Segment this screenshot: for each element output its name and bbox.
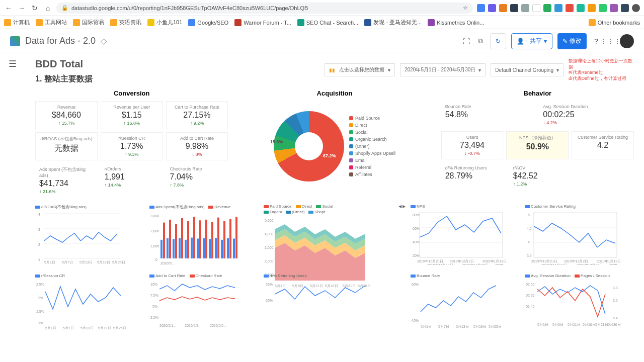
bookmark[interactable]: 工具网站: [36, 19, 67, 26]
avatar[interactable]: [620, 34, 634, 48]
svg-rect-34: [211, 222, 213, 258]
svg-rect-28: [193, 217, 195, 258]
kpi-aov: r/AOV$42.52↑ 1.2%: [509, 162, 574, 190]
url-bar[interactable]: 🔒 datastudio.google.com/u/0/reporting/1n…: [56, 3, 473, 14]
copy-icon[interactable]: ⧉: [476, 37, 485, 46]
ext-icon[interactable]: [566, 4, 574, 12]
refresh-button[interactable]: ↻: [490, 33, 506, 49]
svg-text:2020/5/5...: 2020/5/5...: [210, 324, 226, 327]
svg-text:2019年12月2日: 2019年12月2日: [564, 259, 588, 263]
svg-text:2020/5/...: 2020/5/...: [160, 261, 175, 265]
svg-text:5月7日: 5月7日: [63, 326, 74, 329]
back-icon[interactable]: ←: [4, 4, 13, 13]
home-icon[interactable]: ⌂: [43, 4, 52, 13]
ext-icon[interactable]: [610, 4, 618, 12]
chart-nps[interactable]: NPS 80%60%40%20% 2019年10月21日2019年12月2日20…: [411, 204, 520, 269]
chart-atc-checkout[interactable]: Add to Cart RateCheckout Rate 10%7.5%5%2…: [149, 274, 259, 339]
channel-selector[interactable]: Default Channel Grouping▾: [491, 63, 564, 76]
ext-icon[interactable]: [488, 4, 496, 12]
share-button[interactable]: 👤+共享▾: [511, 33, 552, 49]
edit-button[interactable]: ✎修改: [557, 33, 587, 49]
svg-text:2019年12月23日: 2019年12月23日: [577, 263, 603, 265]
ext-icon[interactable]: [577, 4, 585, 12]
svg-text:2020年1月13日: 2020年1月13日: [482, 259, 507, 263]
chart-acq-area[interactable]: Paid SourceDirectSocial◀ ▶ Organi(Other)…: [264, 204, 406, 269]
chart-bounce[interactable]: Bounce Rate 60%40% 5月1日5月7日5月13日5月19日5月2…: [411, 274, 520, 339]
other-bookmarks[interactable]: Other bookmarks: [589, 19, 640, 26]
svg-text:2020...: 2020...: [609, 263, 620, 265]
svg-text:5月25日: 5月25日: [112, 260, 125, 264]
bookmark[interactable]: Warrior Forum - T...: [234, 19, 291, 26]
chart-ads-rev[interactable]: Ads Spent(不包含Bing ads)Revenue 3,0002,000…: [149, 204, 259, 269]
svg-text:5月25日: 5月25日: [113, 326, 126, 329]
conversion-section: Conversion Revenue$84,660↑ 15.7% Revenue…: [35, 89, 228, 200]
svg-rect-18: [163, 223, 165, 258]
reload-icon[interactable]: ↻: [30, 4, 39, 13]
page-title: BDD Total: [35, 58, 93, 70]
bookmark[interactable]: 英语资讯: [110, 19, 141, 26]
svg-text:5月21日: 5月21日: [595, 323, 608, 326]
svg-rect-21: [173, 239, 175, 258]
svg-text:5月7日: 5月7日: [62, 260, 73, 264]
svg-text:3,000: 3,000: [150, 214, 159, 218]
chart-roas[interactable]: d/ROAS(不包含Bing ads) 4321 5月1日5月7日5月13日5月…: [35, 204, 144, 269]
svg-text:60%: 60%: [412, 283, 419, 286]
apps-icon[interactable]: ⋮⋮⋮: [606, 37, 615, 46]
forward-icon[interactable]: →: [17, 4, 26, 13]
svg-text:02:55: 02:55: [526, 283, 535, 286]
donut-chart[interactable]: 67.2% 15.6%: [274, 111, 344, 182]
svg-text:2: 2: [38, 243, 40, 246]
svg-text:2019年12月2日: 2019年12月2日: [450, 259, 474, 263]
svg-text:35%: 35%: [266, 283, 273, 286]
chart-session-cr[interactable]: r/Session CR 2.5%2%1.5%1% 5月1日5月7日5月13日5…: [35, 274, 144, 339]
kpi-duration: Avg. Session Duration00:02:25↓ 4.2%: [539, 101, 634, 128]
svg-text:5月19日: 5月19日: [98, 326, 111, 329]
chart-returning[interactable]: d/% Returning Users 35%30%: [264, 274, 406, 339]
ext-icon[interactable]: [532, 4, 540, 12]
ext-icon[interactable]: [499, 4, 507, 12]
bookmark[interactable]: 国际贸易: [73, 19, 104, 26]
date-range-selector[interactable]: 2020年5月1日 - 2020年5月30日▾: [400, 63, 486, 76]
svg-rect-42: [235, 217, 237, 258]
svg-text:3.5: 3.5: [527, 254, 532, 257]
bookmarks-bar: 计算机 工具网站 国际贸易 英语资讯 小鱼儿101 Google/SEO War…: [0, 16, 644, 29]
svg-text:2020/5/1...: 2020/5/1...: [159, 324, 176, 327]
kpi-returning: d/% Returning Users28.79%: [441, 162, 506, 190]
ext-icon[interactable]: [599, 4, 607, 12]
bookmark[interactable]: 计算机: [4, 19, 30, 26]
report-title[interactable]: Data for Ads - 2.0: [25, 36, 96, 46]
bookmark[interactable]: 小鱼儿101: [147, 19, 182, 26]
svg-text:2019年10月21日: 2019年10月21日: [531, 259, 557, 263]
star-icon[interactable]: ☆: [463, 5, 468, 11]
conversion-title: Conversion: [35, 89, 228, 97]
ext-icon[interactable]: [521, 4, 529, 12]
ext-icon[interactable]: [621, 4, 629, 12]
svg-rect-29: [197, 239, 199, 258]
bookmark[interactable]: Kissmetrics Onlin...: [428, 19, 484, 26]
svg-text:5月1日: 5月1日: [421, 325, 432, 328]
svg-rect-32: [205, 220, 207, 258]
fullscreen-icon[interactable]: ⛶: [462, 37, 471, 46]
profile-icon[interactable]: [632, 4, 640, 12]
svg-text:5月25日: 5月25日: [489, 325, 502, 328]
ext-icon[interactable]: [510, 4, 518, 12]
bookmark[interactable]: SEO Chat - Search...: [297, 19, 358, 26]
ext-icon[interactable]: [477, 4, 485, 12]
chart-duration-pages[interactable]: Avg. Session DurationPages / Session 02:…: [525, 274, 634, 339]
bookmark[interactable]: 发现 - 亚马逊知无...: [364, 19, 422, 26]
svg-text:5月1日: 5月1日: [44, 260, 55, 264]
svg-text:2%: 2%: [38, 296, 43, 300]
svg-text:30%: 30%: [266, 299, 273, 302]
bookmark[interactable]: Google/SEO: [188, 19, 228, 26]
datastudio-logo-icon[interactable]: [10, 36, 20, 46]
acquisition-section: Acquisition 67.2% 15.6% Paid Source Dire…: [238, 89, 431, 200]
sidebar: ☰: [0, 53, 25, 362]
svg-text:1.5%: 1.5%: [36, 310, 44, 313]
chart-csr[interactable]: Customer Service Rating 54.543.5 2019年10…: [525, 204, 634, 269]
svg-text:2.5%: 2.5%: [36, 283, 44, 286]
ext-icon[interactable]: [543, 4, 551, 12]
ext-icon[interactable]: [588, 4, 596, 12]
data-source-selector[interactable]: ▮▮点击以选择您的数据▾: [325, 63, 395, 76]
ext-icon[interactable]: [554, 4, 562, 12]
menu-icon[interactable]: ☰: [9, 58, 17, 362]
